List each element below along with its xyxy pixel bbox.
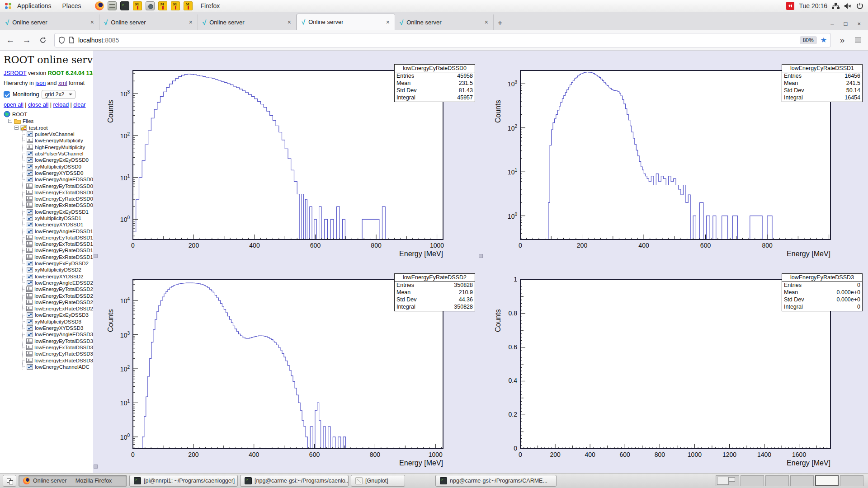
plot-panel[interactable]: Counts Energy [MeV] lowEnergyEyRateDSSD0… [93, 51, 481, 260]
midas-icon-3[interactable] [171, 1, 180, 10]
close-all-link[interactable]: close all [28, 102, 48, 108]
workspace-3[interactable] [765, 475, 789, 486]
tree-item[interactable]: lowEnergyEyRateDSSD0 [23, 196, 93, 202]
tree-item[interactable]: highEnergyMultiplicity [23, 144, 93, 150]
tree-item[interactable]: lowEnergyAngleEDSSD2 [23, 280, 93, 286]
tree-item[interactable]: xyMultiplicityDSSD0 [23, 163, 93, 169]
tree-item[interactable]: lowEnergyXYDSSD2 [23, 273, 93, 280]
grid-splitter-handle[interactable] [94, 465, 98, 469]
new-tab-button[interactable]: + [494, 16, 506, 30]
stats-box[interactable]: lowEnergyEyRateDSSD1 Entries16456 Mean24… [782, 64, 863, 102]
hamburger-menu-icon[interactable] [851, 33, 864, 47]
shield-permissions-icon[interactable] [58, 37, 65, 44]
places-menu[interactable]: Places [57, 0, 87, 12]
tree-item[interactable]: lowEnergyEyRateDSSD2 [23, 299, 93, 305]
tree-item[interactable]: xyMultiplicityDSSD3 [23, 319, 93, 325]
bookmark-star-icon[interactable]: ★ [821, 36, 827, 44]
tree-files-row[interactable]: Files [8, 117, 93, 124]
tree-item[interactable]: lowEnergyEyRateDSSD3 [23, 351, 93, 357]
back-button[interactable]: ← [4, 33, 17, 47]
tree-item[interactable]: lowEnergyExRateDSSD3 [23, 357, 93, 363]
file-manager-icon[interactable] [108, 1, 117, 10]
tree-item[interactable]: lowEnergyExRateDSSD2 [23, 305, 93, 312]
tree-item[interactable]: lowEnergyEyRateDSSD1 [23, 247, 93, 253]
tree-item[interactable]: lowEnergyXYDSSD1 [23, 221, 93, 228]
monitoring-checkbox[interactable] [4, 91, 10, 98]
url-bar[interactable]: localhost:8085 80% ★ [54, 33, 831, 47]
clock[interactable]: Tue 20:16 [799, 2, 827, 9]
plot-panel[interactable]: Counts Energy [MeV] lowEnergyEyRateDSSD1… [481, 51, 868, 260]
screenshot-camera-icon[interactable] [146, 1, 155, 10]
collapse-expander-icon[interactable] [8, 119, 12, 123]
json-link[interactable]: json [35, 80, 46, 86]
taskbar-window-button[interactable]: [Gnuplot] [351, 475, 405, 487]
tab-close-icon[interactable]: × [188, 19, 194, 26]
tab-close-icon[interactable]: × [89, 19, 95, 26]
tree-item[interactable]: lowEnergyEyTotalDSSD3 [23, 338, 93, 344]
stats-box[interactable]: lowEnergyEyRateDSSD2 Entries350828 Mean2… [394, 273, 475, 311]
volume-muted-icon[interactable] [844, 3, 852, 9]
firefox-launcher-icon[interactable] [95, 1, 104, 10]
tree-item[interactable]: lowEnergyChannelADC [23, 364, 93, 370]
tree-item[interactable]: lowEnergyExRateDSSD1 [23, 254, 93, 260]
plot-panel[interactable]: Counts Energy [MeV] lowEnergyEyRateDSSD2… [93, 260, 481, 469]
collapse-expander-icon[interactable] [14, 126, 19, 130]
layout-select[interactable]: grid 2x2 [42, 90, 75, 99]
stats-box[interactable]: lowEnergyEyRateDSSD0 Entries45958 Mean23… [394, 64, 475, 102]
xml-link[interactable]: xml [58, 80, 67, 86]
tree-item[interactable]: lowEnergyMultiplicity [23, 137, 93, 144]
tree-item[interactable]: lowEnergyEyTotalDSSD0 [23, 183, 93, 189]
zoom-level-badge[interactable]: 80% [800, 36, 817, 44]
tab-close-icon[interactable]: × [483, 19, 490, 26]
open-all-link[interactable]: open all [4, 102, 24, 108]
tree-item[interactable]: lowEnergyExTotalDSSD1 [23, 241, 93, 247]
tree-item[interactable]: lowEnergyAngleEDSSD0 [23, 176, 93, 183]
tree-item[interactable]: lowEnergyExEyDSSD0 [23, 157, 93, 163]
forward-button[interactable]: → [20, 33, 33, 47]
midas-icon-4[interactable] [184, 1, 193, 10]
tree-item[interactable]: xyMultiplicityDSSD1 [23, 215, 93, 221]
tree-item[interactable]: lowEnergyExTotalDSSD3 [23, 344, 93, 351]
reload-link[interactable]: reload [53, 102, 69, 108]
grid-splitter-handle[interactable] [94, 254, 98, 258]
tree-item[interactable]: lowEnergyAngleEDSSD3 [23, 331, 93, 338]
workspace-2[interactable] [741, 475, 764, 486]
browser-tab[interactable]: √ Online server × [395, 14, 494, 30]
window-minimize-button[interactable]: – [830, 20, 834, 27]
terminal-launcher-icon[interactable] [120, 1, 129, 10]
taskbar-window-button[interactable]: [pi@nnrpi1: ~/Programs/caenlogger] [129, 475, 238, 487]
browser-tab[interactable]: √ Online server × [1, 14, 99, 30]
tree-item[interactable]: lowEnergyExEyDSSD3 [23, 312, 93, 318]
stats-box[interactable]: lowEnergyEyRateDSSD3 Entries0 Mean0.000e… [782, 273, 863, 311]
page-info-icon[interactable] [69, 37, 75, 43]
taskbar-window-button[interactable]: Online server — Mozilla Firefox [19, 475, 127, 487]
tree-item[interactable]: lowEnergyEyTotalDSSD2 [23, 286, 93, 292]
tree-item[interactable]: lowEnergyXYDSSD3 [23, 325, 93, 331]
tree-item[interactable]: lowEnergyXYDSSD0 [23, 170, 93, 176]
jsroot-link[interactable]: JSROOT [4, 70, 26, 76]
browser-tab[interactable]: √ Online server × [198, 14, 297, 30]
taskbar-window-button[interactable]: [npg@carme-gsi:~/Programs/caenlo... [240, 475, 349, 487]
tab-close-icon[interactable]: × [385, 19, 391, 26]
tree-item[interactable]: lowEnergyExTotalDSSD2 [23, 292, 93, 299]
grid-splitter-handle[interactable] [479, 254, 483, 258]
window-close-button[interactable]: × [857, 20, 861, 27]
tree-root-row[interactable]: ROOT [4, 111, 93, 117]
window-maximize-button[interactable]: □ [844, 20, 848, 27]
taskbar-window-button[interactable]: npg@carme-gsi:~/Programs/CARME... [435, 475, 557, 487]
browser-tab[interactable]: √ Online server × [99, 14, 198, 30]
power-icon[interactable] [856, 2, 863, 9]
midas-icon-1[interactable] [133, 1, 142, 10]
tree-item[interactable]: xyMultiplicityDSSD2 [23, 267, 93, 273]
tree-item[interactable]: pulserVsChannel [23, 131, 93, 137]
workspace-5[interactable] [815, 475, 839, 486]
workspace-6[interactable] [840, 475, 863, 486]
tree-item[interactable]: lowEnergyExEyDSSD1 [23, 209, 93, 215]
plot-panel[interactable]: Counts Energy [MeV] lowEnergyEyRateDSSD3… [481, 260, 868, 469]
tree-item[interactable]: absPulserVsChannel [23, 150, 93, 157]
tree-item[interactable]: lowEnergyEyTotalDSSD1 [23, 235, 93, 241]
browser-tab[interactable]: √ Online server × [297, 14, 395, 30]
tree-item[interactable]: lowEnergyExRateDSSD0 [23, 202, 93, 208]
workspace-4[interactable] [790, 475, 814, 486]
reload-button[interactable] [36, 33, 50, 47]
